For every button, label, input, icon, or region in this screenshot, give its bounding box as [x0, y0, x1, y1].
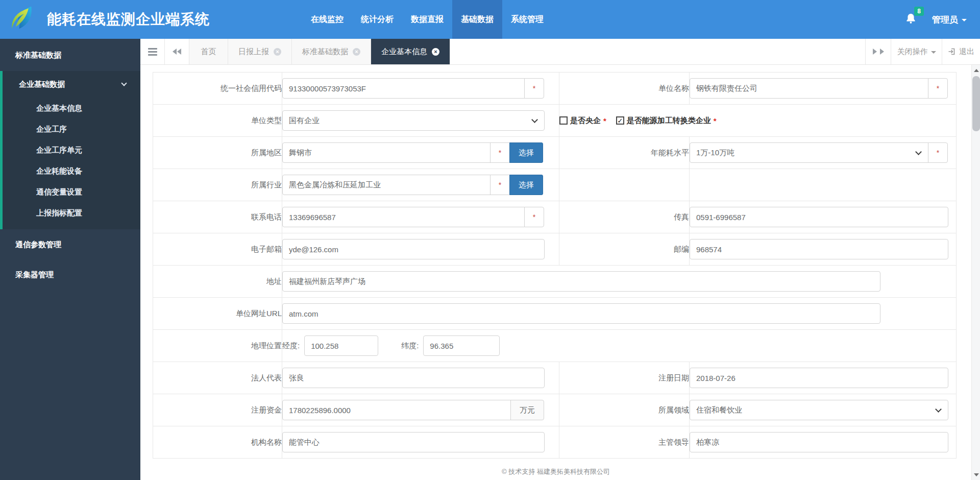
tab-label: 日报上报	[238, 47, 269, 57]
org-type-value: 国有企业	[289, 116, 320, 126]
vertical-scrollbar[interactable]	[971, 65, 980, 480]
tab-daily-report[interactable]: 日报上报 ×	[228, 39, 292, 64]
sidebar-item-enterprise-process[interactable]: 企业工序	[3, 118, 140, 139]
sidebar-item-collector-management[interactable]: 采集器管理	[0, 259, 140, 290]
empty-field-cell	[690, 169, 957, 201]
close-icon[interactable]: ×	[274, 48, 281, 56]
industry-label: 所属行业	[153, 169, 282, 201]
notifications-button[interactable]: 8	[905, 12, 917, 27]
tab-bar-spacer	[450, 39, 865, 64]
is-central-checkbox[interactable]	[559, 116, 568, 125]
reg-date-input[interactable]	[690, 368, 948, 388]
org-title-label: 机构名称	[153, 426, 282, 459]
nav-basic-data[interactable]: 基础数据	[452, 0, 502, 39]
phone-label: 联系电话	[153, 201, 282, 233]
sidebar-item-energy-equipment[interactable]: 企业耗能设备	[3, 160, 140, 181]
header-right: 8 管理员	[905, 0, 967, 39]
app-header: 能耗在线监测企业端系统 在线监控 统计分析 数据直报 基础数据 系统管理 8 管…	[0, 0, 980, 39]
latitude-input[interactable]	[423, 335, 500, 356]
chevron-down-icon	[915, 149, 922, 155]
double-right-arrow-icon	[873, 49, 877, 55]
app-logo-leaf-icon	[8, 5, 38, 34]
nav-online-monitoring[interactable]: 在线监控	[302, 0, 352, 39]
industry-input[interactable]	[282, 175, 491, 195]
domain-value: 住宿和餐饮业	[696, 405, 742, 415]
notification-badge: 8	[914, 7, 924, 16]
close-operations-dropdown[interactable]: 关闭操作	[891, 39, 942, 64]
reg-capital-label: 注册资金	[153, 394, 282, 426]
phone-input[interactable]	[282, 207, 525, 227]
required-star: *	[490, 175, 510, 195]
nav-statistics[interactable]: 统计分析	[352, 0, 402, 39]
tab-enterprise-basic-info[interactable]: 企业基本信息 ×	[371, 39, 450, 64]
is-energy-conv-checkbox[interactable]	[616, 116, 624, 125]
energy-level-value: 1万-10万吨	[696, 148, 734, 158]
usci-input[interactable]	[282, 78, 525, 99]
sidebar-item-enterprise-basic-info[interactable]: 企业基本信息	[3, 98, 140, 118]
empty-label-cell	[559, 169, 690, 201]
scrollbar-up-arrow[interactable]	[972, 66, 980, 75]
sidebar-group-enterprise-basic-data: 企业基础数据 企业基本信息 企业工序 企业工序单元 企业耗能设备 通信变量设置 …	[0, 71, 140, 229]
org-name-input[interactable]	[690, 78, 928, 99]
reg-capital-input[interactable]	[282, 400, 511, 420]
energy-level-label: 年能耗水平	[559, 137, 690, 169]
scroll-tabs-left-button[interactable]	[165, 39, 189, 64]
required-star: *	[928, 142, 948, 163]
scroll-tabs-right-button[interactable]	[865, 39, 891, 64]
logout-button[interactable]: 退出	[942, 39, 980, 64]
double-left-arrow-icon	[177, 49, 181, 55]
address-input[interactable]	[282, 271, 880, 292]
leader-label: 主管领导	[559, 426, 690, 459]
close-icon[interactable]: ×	[432, 48, 439, 56]
is-energy-conv-label: 是否能源加工转换类企业	[627, 116, 711, 126]
usci-label: 统一社会信用代码	[153, 73, 282, 105]
nav-data-report[interactable]: 数据直报	[402, 0, 452, 39]
latitude-label: 纬度:	[401, 341, 419, 351]
user-menu[interactable]: 管理员	[932, 14, 967, 26]
energy-level-select[interactable]: 1万-10万吨	[690, 142, 928, 163]
double-right-arrow-icon	[880, 49, 884, 55]
region-select-button[interactable]: 选择	[509, 142, 543, 163]
logout-icon	[948, 47, 956, 56]
is-central-label: 是否央企	[570, 116, 601, 126]
sidebar-group-toggle[interactable]: 企业基础数据	[3, 71, 140, 98]
org-title-input[interactable]	[282, 432, 545, 452]
domain-select[interactable]: 住宿和餐饮业	[690, 400, 948, 420]
chevron-down-icon	[121, 80, 127, 86]
sidebar-item-comm-variable-settings[interactable]: 通信变量设置	[3, 181, 140, 202]
fax-input[interactable]	[690, 207, 948, 227]
sidebar-toggle-button[interactable]	[140, 39, 165, 64]
scrollbar-down-arrow[interactable]	[972, 470, 980, 479]
industry-select-button[interactable]: 选择	[509, 175, 543, 195]
chevron-down-icon	[935, 406, 942, 413]
sidebar-item-enterprise-process-unit[interactable]: 企业工序单元	[3, 139, 140, 160]
required-star: *	[603, 116, 606, 125]
sidebar-section-title: 标准基础数据	[0, 39, 140, 71]
close-icon[interactable]: ×	[353, 48, 360, 56]
scrollbar-thumb[interactable]	[972, 76, 980, 131]
postcode-label: 邮编	[559, 233, 690, 266]
logout-label: 退出	[959, 47, 974, 57]
longitude-input[interactable]	[304, 335, 378, 356]
org-type-select[interactable]: 国有企业	[282, 110, 545, 131]
postcode-input[interactable]	[690, 239, 948, 259]
leader-input[interactable]	[690, 432, 948, 452]
region-input[interactable]	[282, 142, 491, 163]
email-input[interactable]	[282, 239, 545, 259]
nav-system-management[interactable]: 系统管理	[502, 0, 552, 39]
tab-standard-basic-data[interactable]: 标准基础数据 ×	[292, 39, 371, 64]
sidebar-item-comm-param-management[interactable]: 通信参数管理	[0, 229, 140, 259]
sidebar-group-label: 企业基础数据	[19, 80, 65, 88]
main-content: 统一社会信用代码 * 单位名称 * 单位类型 国有企业	[140, 65, 971, 480]
website-input[interactable]	[282, 303, 880, 324]
tab-bar: 首页 日报上报 × 标准基础数据 × 企业基本信息 × 关闭操作 退出	[140, 39, 980, 65]
sidebar-item-report-indicator-config[interactable]: 上报指标配置	[3, 202, 140, 223]
sidebar: 标准基础数据 企业基础数据 企业基本信息 企业工序 企业工序单元 企业耗能设备 …	[0, 39, 140, 480]
chevron-down-icon	[931, 51, 936, 54]
top-nav: 在线监控 统计分析 数据直报 基础数据 系统管理	[302, 0, 552, 39]
tab-home[interactable]: 首页	[189, 39, 228, 64]
required-star: *	[714, 116, 717, 125]
legal-rep-input[interactable]	[282, 368, 545, 388]
tab-label: 企业基本信息	[381, 47, 427, 57]
double-left-arrow-icon	[173, 49, 177, 55]
